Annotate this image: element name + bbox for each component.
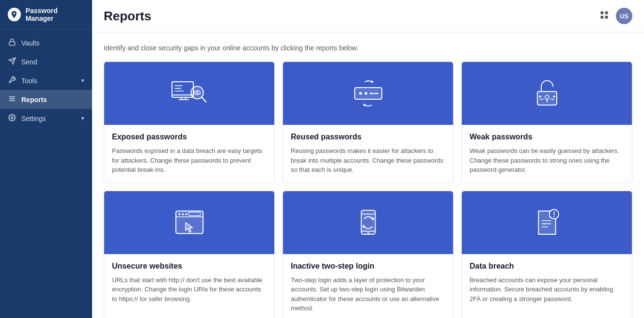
reports-icon <box>8 95 16 104</box>
tools-icon <box>8 76 16 85</box>
send-label: Send <box>21 58 37 66</box>
card-exposed-passwords-body: Exposed passwords Passwords exposed in a… <box>104 125 274 182</box>
app-title: Password Manager <box>26 7 84 22</box>
svg-rect-8 <box>605 11 608 14</box>
reports-label: Reports <box>21 96 47 104</box>
card-inactive-two-step-desc: Two-step login adds a layer of protectio… <box>291 275 445 313</box>
settings-chevron-icon: ▾ <box>81 115 84 121</box>
svg-point-6 <box>11 117 13 119</box>
svg-point-47 <box>367 232 369 234</box>
main-content: Reports US Identify and close security g… <box>92 0 644 318</box>
card-reused-passwords-image <box>283 62 453 125</box>
sidebar-item-send[interactable]: Send <box>0 52 92 71</box>
tools-label: Tools <box>21 77 37 85</box>
settings-icon <box>8 114 16 123</box>
sidebar: Password Manager Vaults Send Tools ▾ <box>0 0 92 318</box>
svg-line-21 <box>202 97 205 102</box>
tools-chevron-icon: ▾ <box>81 77 84 84</box>
card-weak-passwords-title: Weak passwords <box>470 133 624 141</box>
vaults-icon <box>8 38 16 47</box>
svg-rect-31 <box>537 91 557 105</box>
card-exposed-passwords-image <box>104 62 274 125</box>
sidebar-item-reports[interactable]: Reports <box>0 90 92 109</box>
card-data-breach-desc: Breached accounts can expose your person… <box>470 275 624 304</box>
svg-point-55 <box>553 216 554 217</box>
card-reused-passwords-body: Reused passwords Reusing passwords makes… <box>283 125 453 182</box>
user-avatar[interactable]: US <box>616 8 632 24</box>
svg-point-35 <box>553 95 555 97</box>
svg-point-40 <box>178 213 180 215</box>
grid-icon[interactable] <box>599 10 609 22</box>
card-unsecure-websites-title: Unsecure websites <box>112 262 267 271</box>
svg-point-26 <box>364 92 367 95</box>
card-data-breach-body: Data breach Breached accounts can expose… <box>462 254 632 312</box>
send-icon <box>8 57 16 66</box>
card-inactive-two-step-image <box>283 191 453 254</box>
card-weak-passwords[interactable]: Weak passwords Weak passwords can be eas… <box>461 61 632 183</box>
card-data-breach[interactable]: Data breach Breached accounts can expose… <box>461 191 632 318</box>
svg-point-25 <box>359 92 362 95</box>
card-inactive-two-step[interactable]: Inactive two-step login Two-step login a… <box>283 191 454 318</box>
card-data-breach-image <box>462 191 632 254</box>
settings-label: Settings <box>21 115 46 122</box>
card-exposed-passwords-title: Exposed passwords <box>112 133 267 141</box>
svg-rect-0 <box>9 42 15 45</box>
page-subtitle: Identify and close security gaps in your… <box>104 44 632 52</box>
sidebar-nav: Vaults Send Tools ▾ Reports Settings <box>0 30 92 318</box>
reports-content: Identify and close security gaps in your… <box>92 32 644 318</box>
svg-marker-29 <box>371 80 374 83</box>
card-unsecure-websites[interactable]: Unsecure websites URLs that start with h… <box>104 191 275 318</box>
sidebar-item-tools[interactable]: Tools ▾ <box>0 71 92 90</box>
card-unsecure-websites-image <box>104 191 274 254</box>
sidebar-item-vaults[interactable]: Vaults <box>0 33 92 52</box>
card-weak-passwords-desc: Weak passwords can be easily guessed by … <box>470 146 624 175</box>
card-weak-passwords-body: Weak passwords Weak passwords can be eas… <box>462 125 632 182</box>
header-actions: US <box>599 8 632 24</box>
svg-point-34 <box>539 95 541 97</box>
card-reused-passwords[interactable]: Reused passwords Reusing passwords makes… <box>283 61 454 183</box>
reports-grid: Exposed passwords Passwords exposed in a… <box>104 61 632 318</box>
card-reused-passwords-desc: Reusing passwords makes it easier for at… <box>291 146 445 175</box>
svg-rect-10 <box>605 15 608 18</box>
card-exposed-passwords-desc: Passwords exposed in a data breach are e… <box>112 146 267 175</box>
logo-icon <box>8 8 21 21</box>
card-inactive-two-step-body: Inactive two-step login Two-step login a… <box>283 254 453 318</box>
page-title: Reports <box>104 9 151 24</box>
card-inactive-two-step-title: Inactive two-step login <box>291 262 445 271</box>
svg-point-23 <box>196 91 198 93</box>
card-exposed-passwords[interactable]: Exposed passwords Passwords exposed in a… <box>104 61 275 183</box>
card-reused-passwords-title: Reused passwords <box>291 133 445 141</box>
svg-rect-9 <box>601 15 604 18</box>
card-unsecure-websites-body: Unsecure websites URLs that start with h… <box>104 254 274 312</box>
svg-point-42 <box>185 213 187 215</box>
svg-rect-7 <box>601 11 604 14</box>
card-data-breach-title: Data breach <box>470 262 624 271</box>
card-weak-passwords-image <box>462 62 632 125</box>
svg-marker-30 <box>362 104 365 106</box>
app-logo[interactable]: Password Manager <box>0 0 92 30</box>
svg-point-41 <box>182 213 184 215</box>
vaults-label: Vaults <box>21 39 40 47</box>
page-header: Reports US <box>92 0 644 32</box>
sidebar-item-settings[interactable]: Settings ▾ <box>0 109 92 128</box>
card-unsecure-websites-desc: URLs that start with http:// don't use t… <box>112 275 267 304</box>
